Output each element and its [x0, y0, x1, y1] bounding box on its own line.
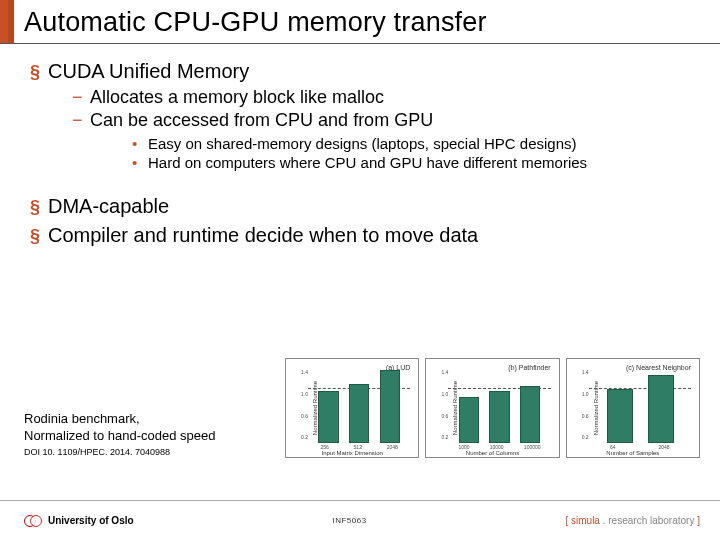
dot-hard: Hard on computers where CPU and GPU have…	[132, 154, 694, 171]
dot-easy: Easy on shared-memory designs (laptops, …	[132, 135, 694, 152]
doi-text: DOI 10. 1109/HPEC. 2014. 7040988	[24, 447, 279, 458]
chart-yaxis: 0.20.61.01.4	[298, 367, 308, 443]
footer-left: University of Oslo	[48, 515, 134, 526]
caption-line1: Rodinia benchmark,	[24, 411, 279, 427]
bullet-dma: DMA-capable	[30, 195, 694, 218]
bar	[489, 391, 509, 443]
uio-logo-icon	[24, 512, 42, 530]
bar	[459, 397, 479, 443]
bullet-cuda-unified: CUDA Unified Memory Allocates a memory b…	[30, 60, 694, 171]
title-row: Automatic CPU-GPU memory transfer	[0, 0, 720, 44]
chart-plot	[448, 367, 550, 443]
bullet-compiler: Compiler and runtime decide when to move…	[30, 224, 694, 247]
footer-center: INF5063	[134, 516, 566, 525]
chart-yaxis: 0.20.61.01.4	[438, 367, 448, 443]
chart-yaxis: 0.20.61.01.4	[579, 367, 589, 443]
bar	[648, 375, 674, 443]
title-accent-bar	[0, 0, 14, 43]
footer-right: [ simula . research laboratory ]	[565, 515, 700, 526]
slide-title: Automatic CPU-GPU memory transfer	[24, 0, 487, 43]
bullet-list-2: DMA-capable Compiler and runtime decide …	[30, 195, 694, 247]
chart-nn: (c) Nearest Neighbor Normalized Runtime …	[566, 358, 700, 458]
chart-lud: (a) LUD Normalized Runtime 0.20.61.01.4 …	[285, 358, 419, 458]
sub-label: Can be accessed from CPU and from GPU	[90, 110, 433, 130]
slide-body: CUDA Unified Memory Allocates a memory b…	[0, 44, 720, 247]
simula-rest: research laboratory	[608, 515, 694, 526]
bar	[318, 391, 338, 443]
sub-list: Allocates a memory block like malloc Can…	[72, 87, 694, 171]
bar	[349, 384, 369, 443]
bar	[607, 389, 633, 443]
chart-pathfinder: (b) Pathfinder Normalized Runtime 0.20.6…	[425, 358, 559, 458]
sub-allocates: Allocates a memory block like malloc	[72, 87, 694, 108]
sub-accessed: Can be accessed from CPU and from GPU Ea…	[72, 110, 694, 171]
bullet-list-1: CUDA Unified Memory Allocates a memory b…	[30, 60, 694, 171]
charts-row: Rodinia benchmark, Normalized to hand-co…	[24, 358, 700, 458]
ref-line	[589, 388, 691, 389]
bar	[520, 386, 540, 443]
simula-name: simula	[571, 515, 600, 526]
chart-plot	[589, 367, 691, 443]
chart-xlabel: Number of Columns	[466, 450, 519, 456]
bracket-r: ]	[694, 515, 700, 526]
caption-line2: Normalized to hand-coded speed	[24, 428, 279, 444]
footer: University of Oslo INF5063 [ simula . re…	[0, 500, 720, 540]
bullet-label: CUDA Unified Memory	[48, 60, 249, 82]
chart-xlabel: Number of Samples	[606, 450, 659, 456]
dot-list: Easy on shared-memory designs (laptops, …	[132, 135, 694, 171]
benchmark-caption: Rodinia benchmark, Normalized to hand-co…	[24, 411, 279, 458]
chart-xlabel: Input Matrix Dimension	[321, 450, 382, 456]
bar	[380, 370, 400, 443]
chart-plot	[308, 367, 410, 443]
